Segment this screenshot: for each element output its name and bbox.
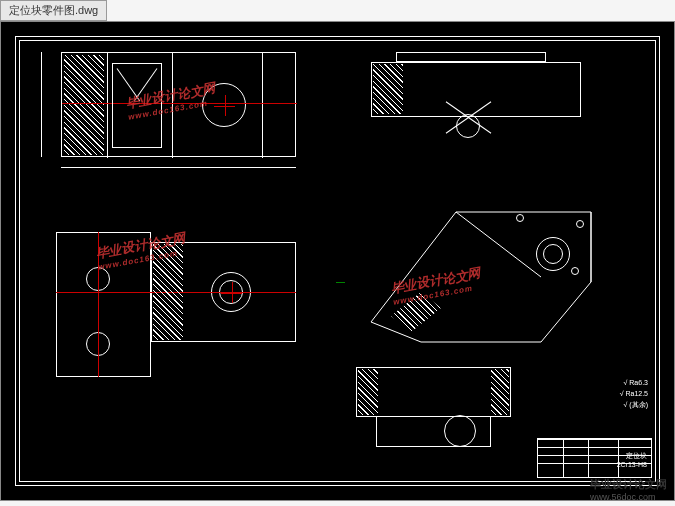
drawing-canvas[interactable]: — √ Ra6.3 √ Ra12.5 √ (其余) 定位块 2Cr13-H8 毕… [0,21,675,501]
v-groove [117,68,157,103]
tb-part: 定位块 [626,451,647,461]
small-hole [576,220,584,228]
page-watermark: 毕业设计论文网 www.56doc.com [590,477,667,502]
tb-mat: 2Cr13-H8 [617,461,647,468]
svg-line-1 [456,212,541,277]
bore-inner [543,244,563,264]
edge [172,53,173,158]
edge [262,53,263,158]
view-top-left [61,52,296,157]
dim-line [61,167,296,168]
center-mark [224,105,225,106]
view-bottom-right [356,367,511,452]
title-block: 定位块 2Cr13-H8 [537,438,652,478]
hatch [358,369,378,415]
wm-title: 毕业设计论文网 [590,477,667,492]
centerline-v [98,232,99,377]
wm-url: www.56doc.com [590,492,667,502]
centerline [62,103,297,104]
hatch-area [64,55,104,155]
ucs-marker: — [336,277,345,287]
left-block [56,232,151,377]
view-top-right [371,52,581,132]
tab-label: 定位块零件图.dwg [9,4,98,16]
edge [107,53,108,158]
view-mid-left [56,212,296,387]
small-hole [571,267,579,275]
body [356,367,511,417]
hatch [373,64,403,114]
file-tab[interactable]: 定位块零件图.dwg [0,0,107,21]
view-mid-right [361,192,611,352]
small-hole [516,214,524,222]
top-step [396,52,546,62]
dim-line-v [41,52,42,157]
hatch [153,244,183,340]
surface-finish-notes: √ Ra6.3 √ Ra12.5 √ (其余) [620,377,648,410]
hatch [491,369,509,415]
arc [444,415,476,447]
